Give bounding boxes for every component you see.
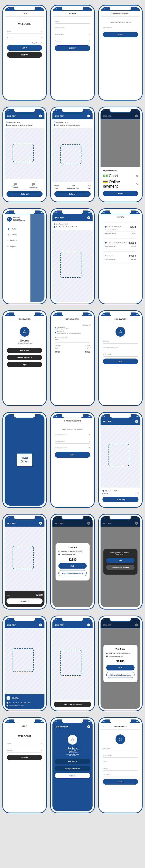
menu-about[interactable]: ℹ About us bbox=[6, 238, 28, 244]
paid-button[interactable]: PAID bbox=[58, 563, 87, 568]
name-field[interactable]: Name bbox=[55, 19, 90, 24]
send-button[interactable]: Send bbox=[103, 32, 138, 37]
password-field[interactable]: Password👁 bbox=[55, 39, 90, 43]
phone-field[interactable]: 08994769327 bbox=[103, 352, 138, 356]
paid-button[interactable]: PAID bbox=[106, 665, 135, 670]
add-payment-button[interactable]: Add for shopping payment bbox=[106, 672, 135, 678]
email-field[interactable]: Email✉ bbox=[7, 741, 42, 746]
on-way-button[interactable]: On the way bbox=[102, 497, 139, 502]
phone-field[interactable]: Phone number bbox=[55, 26, 90, 30]
edit-profile-button[interactable]: Edit profile bbox=[55, 759, 90, 764]
prompt: Please enter your email address bbox=[103, 22, 138, 23]
map[interactable] bbox=[5, 628, 45, 694]
vehicle-sedan[interactable]: 4 Hours3 Passengers bbox=[11, 183, 19, 188]
call-taxi-button[interactable]: Call a taxi bbox=[6, 191, 43, 197]
confirm-pwd-field[interactable]: Confirm password👁 bbox=[55, 445, 90, 450]
yes-button[interactable]: YES bbox=[106, 558, 135, 563]
header: CHANGE PASSWORD bbox=[52, 418, 92, 424]
dest-icon bbox=[6, 124, 7, 126]
password-field[interactable]: Password👁 bbox=[7, 748, 42, 753]
overlay[interactable] bbox=[30, 214, 45, 302]
email-field[interactable]: Email address bbox=[103, 25, 138, 30]
cash-option[interactable]: 💵 Cash○ bbox=[103, 173, 138, 179]
map[interactable] bbox=[5, 128, 45, 179]
time: 9:41 bbox=[6, 8, 9, 10]
welcome-title: WELCOME bbox=[7, 23, 42, 25]
map[interactable] bbox=[100, 425, 140, 487]
name-field[interactable]: Star Driver bbox=[103, 746, 138, 751]
header: LOGIN bbox=[5, 11, 45, 17]
menu-history[interactable]: 🕐 History bbox=[6, 232, 28, 238]
header: INFORMATION bbox=[100, 316, 140, 322]
header: INFORMATION bbox=[5, 316, 45, 322]
signal: ●●● bbox=[40, 8, 43, 10]
history-item[interactable]: Ji. Agung Karya No.20, Sunjar Priok$3500… bbox=[103, 239, 138, 250]
avatar-icon: ☺ bbox=[20, 327, 29, 337]
vehicle-van[interactable]: Van10 Passengers bbox=[29, 183, 38, 188]
avatar-icon: ☺ bbox=[7, 217, 12, 222]
header: SIGNUP bbox=[52, 11, 92, 17]
header: LOGIN bbox=[5, 723, 45, 729]
menu-profile[interactable]: 👤 Profile bbox=[6, 226, 28, 232]
take-destination-button[interactable]: Take to the destination bbox=[54, 702, 90, 707]
phone-field[interactable]: 08994769327 bbox=[103, 753, 138, 757]
save-button[interactable]: Save bbox=[103, 779, 138, 784]
cancel-button[interactable]: Cancellation request bbox=[106, 565, 135, 570]
signup-button[interactable]: SIGNUP bbox=[7, 755, 42, 760]
history-item[interactable]: Penjaringan$5993 Payment setting1/17/19 bbox=[103, 251, 138, 263]
email-field[interactable]: Email bbox=[103, 760, 138, 764]
app-title: TAXI APP bbox=[7, 115, 16, 117]
logout-button[interactable]: Logout bbox=[7, 362, 42, 367]
map[interactable] bbox=[52, 230, 92, 302]
menu-icon[interactable]: ✕ bbox=[87, 115, 90, 117]
history-item[interactable]: Ji. Batu Sari RT 06, N. Maskrt$479 21 Fe… bbox=[103, 222, 138, 237]
email-field[interactable]: Email address✉ bbox=[55, 32, 90, 37]
name-field[interactable]: Star user bbox=[103, 339, 138, 344]
payment-title: Payment method bbox=[103, 170, 138, 172]
new-pwd-field[interactable]: New password👁 bbox=[55, 439, 90, 444]
online-option[interactable]: 💳 Online payment○ bbox=[103, 179, 138, 189]
change-password-button[interactable]: Change password bbox=[55, 766, 90, 771]
header: HISTORY DETAIL bbox=[52, 316, 92, 322]
thank-you-modal: Thank you Ji. Batu Sari RT 06 z, Maspali… bbox=[55, 543, 90, 580]
city-field[interactable]: DKI Jakarta bbox=[103, 773, 138, 777]
signup-button[interactable]: SIGNUP bbox=[7, 52, 42, 58]
pickup-icon bbox=[6, 122, 7, 123]
menu-logout[interactable]: ⎋ Logout bbox=[6, 244, 28, 249]
address-field[interactable]: Address bbox=[103, 766, 138, 771]
update-password-button[interactable]: Update Password bbox=[7, 355, 42, 360]
departure-button[interactable]: Departure bbox=[6, 598, 43, 604]
avatar-icon: ☺ bbox=[6, 696, 10, 700]
login-button[interactable]: LOGIN bbox=[7, 45, 42, 51]
header: HISTORY bbox=[100, 214, 140, 220]
splash: TAXIDriver bbox=[5, 414, 45, 506]
add-payment-button[interactable]: Add for shopping payment bbox=[58, 570, 87, 576]
save-button[interactable]: Save bbox=[103, 359, 138, 364]
logo: TAXIDriver bbox=[17, 454, 32, 466]
avatar-icon: ☺ bbox=[116, 327, 125, 337]
map[interactable] bbox=[52, 628, 92, 700]
logout-button[interactable]: Log out bbox=[55, 773, 90, 778]
email-field[interactable]: Email✉ bbox=[7, 29, 42, 34]
signup-button[interactable]: SIGNUP bbox=[55, 45, 90, 51]
done-button[interactable]: Done bbox=[103, 191, 138, 196]
menu-icon[interactable]: ✕ bbox=[39, 115, 42, 117]
forgot-link[interactable]: Forgot Password? bbox=[7, 42, 42, 44]
header: CHANGE PASSWORD bbox=[100, 11, 140, 17]
call-taxi-button[interactable]: Call a taxi bbox=[54, 191, 90, 197]
password-field[interactable]: Password👁 bbox=[7, 36, 42, 40]
map[interactable] bbox=[5, 527, 45, 591]
thank-you-modal: Thank you Ji. Batu Sari RT 06 z, Maspali… bbox=[103, 645, 138, 682]
edit-profile-button[interactable]: Edit Profile bbox=[7, 348, 42, 353]
email-field[interactable]: star.taupilot@gmail.com bbox=[103, 345, 138, 350]
avatar-icon: ☺ bbox=[68, 735, 77, 745]
avatar-icon: ☺ bbox=[116, 735, 125, 744]
confirm-modal: Were you able to meet the customer? YES … bbox=[103, 549, 138, 575]
map[interactable] bbox=[52, 128, 92, 182]
current-pwd-field[interactable]: Current password👁 bbox=[55, 433, 90, 437]
save-button[interactable]: Save bbox=[55, 452, 90, 458]
